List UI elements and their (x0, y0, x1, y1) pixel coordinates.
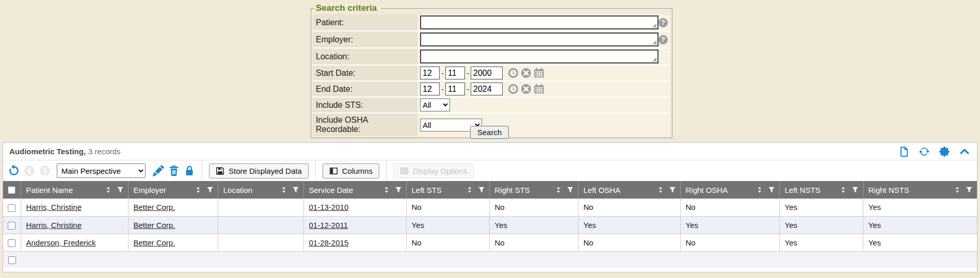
calendar-icon[interactable] (534, 84, 544, 94)
sort-icon[interactable] (756, 186, 763, 193)
save-icon (216, 167, 224, 175)
cell-link[interactable]: Better Corp. (134, 221, 175, 230)
cell-value: Yes (578, 216, 680, 234)
filter-icon[interactable] (117, 186, 124, 193)
start-year-input[interactable] (471, 67, 503, 79)
column-header-left-nsts[interactable]: Left NSTS (779, 181, 863, 199)
filter-icon[interactable] (966, 186, 973, 193)
cell-link[interactable]: Anderson, Frederick (26, 238, 96, 247)
cell-link[interactable]: 01-28-2015 (309, 238, 349, 247)
clock-icon[interactable] (508, 84, 519, 94)
start-month-input[interactable] (420, 67, 440, 79)
table-row: Anderson, FrederickBetter Corp.01-28-201… (3, 234, 977, 251)
end-date-label: End Date: (313, 81, 417, 96)
column-header-left-sts[interactable]: Left STS (406, 181, 489, 199)
column-label: Left STS (412, 186, 442, 194)
select-all-checkbox[interactable] (8, 186, 15, 194)
row-checkbox[interactable] (8, 204, 15, 212)
cell-value: Yes (779, 199, 863, 216)
search-criteria-form: Search criteria Patient: Employer: Locat… (311, 3, 672, 138)
column-header-patient-name[interactable]: Patient Name (21, 181, 128, 199)
column-header-service-date[interactable]: Service Date (303, 181, 406, 199)
column-header-right-nsts[interactable]: Right NSTS (863, 181, 977, 199)
cell-link[interactable]: Better Corp. (134, 238, 175, 247)
column-header-left-osha[interactable]: Left OSHA (578, 181, 680, 199)
sort-icon[interactable] (466, 186, 473, 193)
location-input[interactable] (420, 50, 658, 63)
table-header-row: Patient NameEmployerLocationService Date… (3, 181, 977, 199)
cell-link[interactable]: 01-12-2011 (309, 221, 348, 230)
include-sts-label: Include STS: (313, 97, 417, 112)
search-criteria-legend: Search criteria (315, 3, 381, 13)
help-icon[interactable] (658, 18, 668, 27)
end-month-input[interactable] (420, 83, 440, 95)
audiometric-testing-panel: Audiometric Testing, 3 records Main Pers… (3, 142, 977, 272)
toolbar-separator (386, 160, 387, 181)
column-header-right-sts[interactable]: Right STS (489, 181, 578, 199)
end-day-input[interactable] (445, 83, 465, 95)
patient-input[interactable] (420, 15, 658, 29)
calendar-icon[interactable] (534, 68, 544, 78)
cell-link[interactable]: Harris, Christine (26, 221, 82, 230)
cell-value: No (406, 199, 489, 216)
cell-value: No (578, 234, 680, 251)
gear-icon[interactable] (939, 146, 950, 157)
sort-icon[interactable] (840, 186, 847, 193)
employer-input[interactable] (420, 32, 658, 46)
filter-icon[interactable] (669, 186, 676, 193)
start-day-input[interactable] (445, 67, 465, 79)
include-sts-select[interactable]: All (420, 99, 450, 111)
cell-value: Yes (863, 216, 977, 234)
filter-icon[interactable] (206, 186, 214, 193)
refresh-icon[interactable] (919, 146, 929, 157)
filter-icon[interactable] (567, 186, 574, 193)
filter-icon[interactable] (852, 186, 859, 193)
filter-icon[interactable] (292, 186, 299, 193)
sort-icon[interactable] (105, 186, 112, 193)
cell-value: Yes (680, 216, 779, 234)
sort-icon[interactable] (195, 186, 202, 193)
sort-icon[interactable] (657, 186, 664, 193)
sort-icon[interactable] (280, 186, 287, 193)
search-button[interactable]: Search (470, 126, 509, 139)
help-icon[interactable] (658, 35, 668, 44)
row-checkbox[interactable] (8, 239, 15, 247)
column-header-location[interactable]: Location (218, 181, 303, 199)
clear-date-icon[interactable] (521, 84, 532, 94)
filter-icon[interactable] (395, 186, 402, 193)
sort-icon[interactable] (954, 186, 961, 193)
cell-link[interactable]: Harris, Christine (26, 203, 82, 211)
column-label: Right STS (495, 186, 530, 194)
edit-perspective-icon[interactable] (153, 165, 164, 176)
sort-icon[interactable] (555, 186, 562, 193)
clock-icon[interactable] (508, 68, 519, 78)
filter-icon[interactable] (478, 186, 485, 193)
row-checkbox[interactable] (8, 222, 15, 230)
column-header-employer[interactable]: Employer (128, 181, 218, 199)
collapse-panel-icon[interactable] (959, 146, 970, 157)
clear-date-icon[interactable] (521, 68, 532, 78)
cell-value (218, 199, 303, 216)
panel-header: Audiometric Testing, 3 records (3, 143, 977, 160)
store-displayed-data-button[interactable]: Store Displayed Data (209, 163, 309, 178)
reset-perspective-icon[interactable] (8, 165, 20, 176)
column-label: Right OSHA (686, 186, 728, 194)
cell-value: No (578, 199, 680, 216)
search-button-row: Search (311, 126, 668, 139)
cell-link[interactable]: 01-13-2010 (309, 203, 349, 211)
cell-link[interactable]: Better Corp. (134, 203, 175, 211)
end-year-input[interactable] (471, 83, 503, 95)
new-document-icon[interactable] (899, 146, 909, 157)
sort-icon[interactable] (383, 186, 390, 193)
footer-checkbox[interactable] (8, 256, 16, 264)
filter-icon[interactable] (768, 186, 775, 193)
patient-label: Patient: (313, 14, 417, 30)
lock-perspective-icon[interactable] (184, 165, 195, 176)
columns-button[interactable]: Columns (323, 163, 379, 178)
delete-perspective-icon[interactable] (168, 165, 180, 176)
column-header-right-osha[interactable]: Right OSHA (680, 181, 779, 199)
field-row-employer: Employer: (313, 31, 670, 48)
perspective-select[interactable]: Main Perspective (57, 163, 146, 178)
column-label: Left NSTS (785, 186, 821, 194)
cell-value (218, 234, 303, 251)
